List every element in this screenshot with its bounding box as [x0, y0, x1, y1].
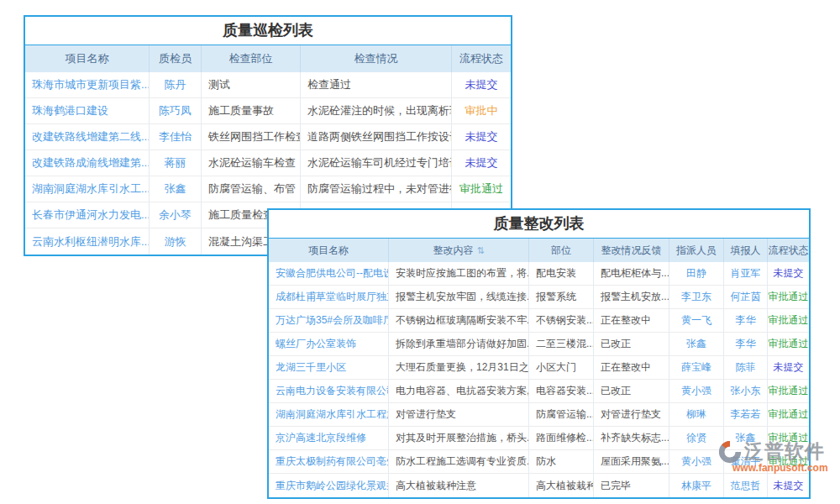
cell-feedback: 已完毕 [594, 474, 669, 497]
cell-project[interactable]: 云南水利枢纽潜明水库... [25, 228, 150, 255]
cell-part: 路面维修检... [529, 427, 594, 450]
cell-project[interactable]: 湖南洞庭湖水库引水工程施工标 [269, 403, 389, 427]
cell-situation: 水泥砼运输车司机经过专门培训... [301, 150, 452, 176]
cell-inspector: 李佳怡 [150, 124, 202, 150]
cell-project[interactable]: 万达广场35#会所及咖啡厅空... [269, 309, 389, 333]
cell-reporter: 范思哲 [724, 474, 768, 497]
table-row: 螺丝厂办公室装饰拆除到承重墙部分请做好加固...二至三楼混...已改正张鑫李华审… [269, 333, 809, 356]
table-row: 改建铁路成渝线增建第...蒋丽水泥砼运输车检查水泥砼运输车司机经过专门培训...… [25, 150, 511, 176]
cell-project[interactable]: 重庆太极制药有限公司亳州中... [269, 450, 389, 474]
cell-project[interactable]: 重庆市鹅岭公园绿化景观提升... [269, 474, 389, 497]
cell-part: 防腐管运输、布管 [202, 176, 301, 202]
cell-content: 防水工程施工选调有专业资质... [389, 450, 529, 474]
cell-status: 审批通过 [452, 176, 511, 202]
cell-project[interactable]: 安徽合肥供电公司--配电设备... [269, 262, 389, 286]
cell-content: 大理石质量更换，12月31日之... [389, 356, 529, 380]
cell-feedback: 正在整改中 [594, 309, 669, 333]
cell-project[interactable]: 改建铁路线增建第二线... [25, 124, 150, 150]
cell-project[interactable]: 湖南洞庭湖水库引水工... [25, 176, 150, 202]
cell-project[interactable]: 成都杜甫草堂临时展厅独立展... [269, 286, 389, 309]
cell-reporter: 陈菲 [724, 356, 768, 380]
column-header-project: 项目名称 [25, 45, 150, 72]
cell-inspector: 陈丹 [150, 72, 202, 98]
cell-project[interactable]: 龙湖三千里小区 [269, 356, 389, 380]
cell-part: 不锈钢安装... [529, 309, 594, 333]
cell-feedback: 正在整改中 [594, 356, 669, 380]
cell-inspector: 余小琴 [150, 202, 202, 228]
cell-part: 防水 [529, 450, 594, 474]
column-header-content[interactable]: 整改内容⇅ [389, 239, 529, 262]
column-header-status: 流程状态 [768, 239, 809, 262]
cell-project[interactable]: 珠海鹤港口建设 [25, 98, 150, 124]
cell-project[interactable]: 螺丝厂办公室装饰 [269, 333, 389, 356]
column-header-feedback: 整改情况反馈 [594, 239, 669, 262]
cell-part: 施工质量事故 [202, 98, 301, 124]
column-header-label: 质检员 [159, 51, 192, 66]
cell-status: 未提交 [768, 474, 809, 497]
cell-reporter: 李若若 [724, 403, 768, 427]
watermark: 泛普软件 www.fanpusoft.com [717, 438, 840, 474]
cell-assignee: 黄小强 [669, 380, 724, 403]
cell-feedback: 补齐缺失标志... [594, 427, 669, 450]
column-header-label: 整改情况反馈 [601, 244, 662, 258]
cell-status: 审批通过 [768, 403, 809, 427]
cell-part: 电容器安装... [529, 380, 594, 403]
cell-assignee: 李卫东 [669, 286, 724, 309]
cell-part: 铁丝网围挡工作检查 [202, 124, 301, 150]
cell-content: 报警主机安放牢固，线缆连接... [389, 286, 529, 309]
cell-status: 审批中 [452, 98, 511, 124]
cell-project[interactable]: 云南电力设备安装有限公司20... [269, 380, 389, 403]
table-row: 万达广场35#会所及咖啡厅空...不锈钢边框玻璃隔断安装不牢...不锈钢安装..… [269, 309, 809, 333]
cell-content: 对管进行垫支 [389, 403, 529, 427]
cell-part: 防腐管运输... [529, 403, 594, 427]
table-row: 改建铁路线增建第二线...李佳怡铁丝网围挡工作检查道路两侧铁丝网围挡工作按设计.… [25, 124, 511, 150]
cell-feedback: 报警主机安放... [594, 286, 669, 309]
cell-status: 未提交 [768, 262, 809, 286]
column-header-label: 检查情况 [354, 51, 398, 66]
table-row: 龙湖三千里小区大理石质量更换，12月31日之...小区大门正在整改中薛宝峰陈菲未… [269, 356, 809, 380]
cell-status: 未提交 [452, 150, 511, 176]
column-header-label: 流程状态 [769, 244, 809, 258]
cell-status: 审批通过 [768, 380, 809, 403]
cell-content: 不锈钢边框玻璃隔断安装不牢... [389, 309, 529, 333]
inspection-header-row: 项目名称质检员检查部位检查情况流程状态 [25, 45, 511, 72]
cell-project[interactable]: 珠海市城市更新项目紫... [25, 72, 150, 98]
inspection-list-title: 质量巡检列表 [25, 17, 511, 45]
cell-inspector: 张鑫 [150, 176, 202, 202]
column-header-label: 整改内容 [433, 244, 473, 258]
cell-project[interactable]: 长春市伊通河水力发电... [25, 202, 150, 228]
column-header-inspector: 质检员 [150, 45, 202, 72]
column-header-label: 部位 [551, 244, 571, 258]
column-header-status: 流程状态 [452, 45, 511, 72]
cell-inspector: 陈巧凤 [150, 98, 202, 124]
cell-reporter: 李华 [724, 333, 768, 356]
cell-feedback: 配电柜柜体与... [594, 262, 669, 286]
cell-inspector: 游恢 [150, 228, 202, 255]
cell-part: 高大植被栽种 [529, 474, 594, 497]
table-row: 珠海鹤港口建设陈巧凤施工质量事故水泥砼灌注的时候，出现离析现象审批中 [25, 98, 511, 124]
cell-part: 水泥砼运输车检查 [202, 150, 301, 176]
sort-icon[interactable]: ⇅ [476, 246, 484, 255]
cell-project[interactable]: 京沪高速北京段维修 [269, 427, 389, 450]
cell-status: 未提交 [452, 72, 511, 98]
cell-situation: 检查通过 [301, 72, 452, 98]
table-row: 云南电力设备安装有限公司20...电力电容器、电抗器安装方案,...电容器安装.… [269, 380, 809, 403]
rectify-header-row: 项目名称整改内容⇅部位整改情况反馈指派人员填报人流程状态 [269, 239, 809, 262]
column-header-label: 检查部位 [229, 51, 273, 66]
cell-status: 未提交 [452, 124, 511, 150]
cell-content: 安装时应按施工图的布置，将... [389, 262, 529, 286]
cell-feedback: 已改正 [594, 333, 669, 356]
cell-project[interactable]: 改建铁路成渝线增建第... [25, 150, 150, 176]
cell-assignee: 徐贤 [669, 427, 724, 450]
cell-part: 报警系统 [529, 286, 594, 309]
table-row: 珠海市城市更新项目紫...陈丹测试检查通过未提交 [25, 72, 511, 98]
cell-content: 高大植被栽种注意 [389, 474, 529, 497]
column-header-label: 项目名称 [308, 244, 349, 258]
column-header-reporter: 填报人 [724, 239, 768, 262]
column-header-project: 项目名称 [269, 239, 389, 262]
column-header-situation: 检查情况 [301, 45, 452, 72]
cell-reporter: 张小东 [724, 380, 768, 403]
column-header-label: 项目名称 [66, 51, 109, 66]
cell-status: 审批通过 [768, 309, 809, 333]
table-row: 重庆市鹅岭公园绿化景观提升...高大植被栽种注意高大植被栽种已完毕林康平范思哲未… [269, 474, 809, 497]
